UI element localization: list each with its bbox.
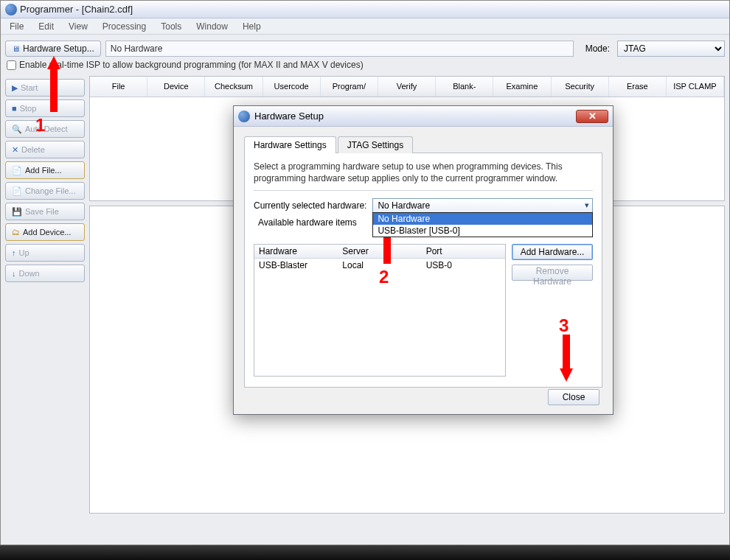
save-icon: 💾 [12, 207, 22, 217]
hardware-setup-dialog: Hardware Setup ✕ Hardware Settings JTAG … [233, 105, 613, 415]
hardware-side-buttons: Add Hardware... Remove Hardware [512, 244, 593, 377]
menu-file[interactable]: File [4, 20, 29, 33]
dialog-icon [238, 111, 250, 122]
remove-hardware-button[interactable]: Remove Hardware [512, 265, 593, 281]
sidebar: ▶Start ■Stop 🔍Auto Detect ✕Delete 📄Add F… [1, 76, 89, 518]
window-title: Programmer - [Chain2.cdf] [20, 4, 133, 15]
down-button[interactable]: ↓Down [5, 265, 85, 282]
detect-icon: 🔍 [12, 125, 22, 134]
add-file-button[interactable]: 📄Add File... [5, 161, 85, 179]
save-file-button[interactable]: 💾Save File [5, 203, 85, 220]
dialog-title: Hardware Setup [254, 111, 324, 122]
selected-hardware-row: Currently selected hardware: No Hardware… [254, 198, 593, 213]
combo-item-usb-blaster[interactable]: USB-Blaster [USB-0] [373, 225, 592, 237]
col-file[interactable]: File [90, 77, 147, 97]
mode-select[interactable]: JTAG [617, 41, 725, 57]
menu-help[interactable]: Help [237, 20, 267, 33]
hw-cell-port: USB-0 [422, 259, 505, 272]
close-button[interactable]: Close [548, 389, 599, 405]
combo-item-no-hardware[interactable]: No Hardware [373, 213, 592, 225]
grid-header: File Device Checksum Usercode Program/ V… [90, 77, 724, 97]
col-usercode[interactable]: Usercode [263, 77, 321, 97]
up-icon: ↑ [12, 248, 16, 257]
hardware-combo[interactable]: No Hardware No Hardware USB-Blaster [USB… [372, 198, 593, 213]
start-button[interactable]: ▶Start [5, 79, 85, 97]
dialog-footer: Close [548, 389, 599, 405]
hw-col-hardware[interactable]: Hardware [254, 245, 338, 258]
titlebar: Programmer - [Chain2.cdf] [1, 1, 729, 18]
app-icon [5, 4, 17, 15]
tab-hardware-settings[interactable]: Hardware Settings [244, 136, 336, 153]
menu-view[interactable]: View [63, 20, 94, 33]
tab-jtag-settings[interactable]: JTAG Settings [338, 136, 413, 153]
current-hardware-field: No Hardware [105, 41, 574, 57]
hardware-setup-button[interactable]: 🖥 Hardware Setup... [5, 41, 101, 57]
hardware-combo-button[interactable]: No Hardware [372, 198, 593, 213]
col-verify[interactable]: Verify [378, 77, 436, 97]
col-security[interactable]: Security [552, 77, 609, 97]
add-device-icon: 🗂 [12, 228, 20, 237]
col-erase[interactable]: Erase [609, 77, 667, 97]
hardware-icon: 🖥 [12, 44, 20, 53]
hw-col-server[interactable]: Server [338, 245, 421, 258]
menu-processing[interactable]: Processing [97, 20, 152, 33]
hardware-list: Hardware Server Port USB-Blaster Local U… [254, 244, 506, 377]
play-icon: ▶ [12, 83, 18, 93]
change-file-button[interactable]: 📄Change File... [5, 182, 85, 200]
change-file-icon: 📄 [12, 186, 22, 196]
annotation-num-3: 3 [559, 315, 569, 336]
col-examine[interactable]: Examine [493, 77, 551, 97]
col-program[interactable]: Program/ [321, 77, 378, 97]
down-icon: ↓ [12, 269, 16, 278]
add-file-icon: 📄 [12, 166, 22, 175]
delete-icon: ✕ [12, 145, 18, 155]
stop-icon: ■ [12, 104, 17, 113]
menu-window[interactable]: Window [190, 20, 234, 33]
selected-hardware-label: Currently selected hardware: [254, 200, 366, 211]
hardware-list-header: Hardware Server Port [254, 245, 505, 259]
toolbar: 🖥 Hardware Setup... No Hardware Mode: JT… [1, 35, 729, 60]
col-checksum[interactable]: Checksum [205, 77, 263, 97]
menu-edit[interactable]: Edit [32, 20, 60, 33]
annotation-num-1: 1 [35, 115, 45, 136]
dialog-description: Select a programming hardware setup to u… [254, 161, 593, 191]
isp-row: Enable real-time ISP to allow background… [1, 60, 729, 76]
isp-checkbox[interactable] [7, 60, 16, 70]
isp-label: Enable real-time ISP to allow background… [19, 60, 364, 70]
tabstrip: Hardware Settings JTAG Settings [244, 136, 602, 153]
up-button[interactable]: ↑Up [5, 244, 85, 262]
add-device-button[interactable]: 🗂Add Device... [5, 223, 85, 241]
mode-label: Mode: [585, 43, 610, 54]
dialog-titlebar: Hardware Setup ✕ [234, 106, 613, 127]
dialog-body: Hardware Settings JTAG Settings Select a… [234, 127, 613, 396]
menubar: File Edit View Processing Tools Window H… [1, 18, 729, 35]
hardware-box: Hardware Server Port USB-Blaster Local U… [254, 231, 593, 377]
annotation-num-2: 2 [379, 267, 389, 287]
add-hardware-button[interactable]: Add Hardware... [512, 244, 593, 260]
menu-tools[interactable]: Tools [155, 20, 187, 33]
hw-col-port[interactable]: Port [422, 245, 505, 258]
col-isp-clamp[interactable]: ISP CLAMP [667, 77, 724, 97]
col-device[interactable]: Device [147, 77, 205, 97]
tabpane: Select a programming hardware setup to u… [244, 153, 602, 388]
hw-cell-hardware: USB-Blaster [254, 259, 338, 272]
help-back-icon[interactable] [270, 21, 282, 32]
close-icon[interactable]: ✕ [576, 110, 608, 123]
col-blank[interactable]: Blank- [436, 77, 493, 97]
hardware-combo-list: No Hardware USB-Blaster [USB-0] [372, 212, 593, 237]
delete-button[interactable]: ✕Delete [5, 141, 85, 158]
taskbar [0, 545, 730, 560]
